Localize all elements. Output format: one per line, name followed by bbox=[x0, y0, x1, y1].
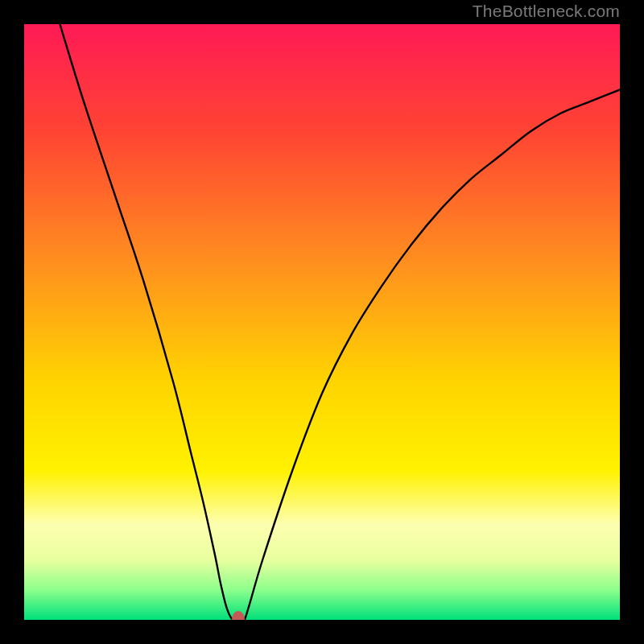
watermark-text: TheBottleneck.com bbox=[473, 2, 620, 21]
chart-frame: TheBottleneck.com bbox=[0, 0, 644, 644]
bottleneck-curve bbox=[24, 24, 620, 620]
plot-area bbox=[24, 24, 620, 620]
